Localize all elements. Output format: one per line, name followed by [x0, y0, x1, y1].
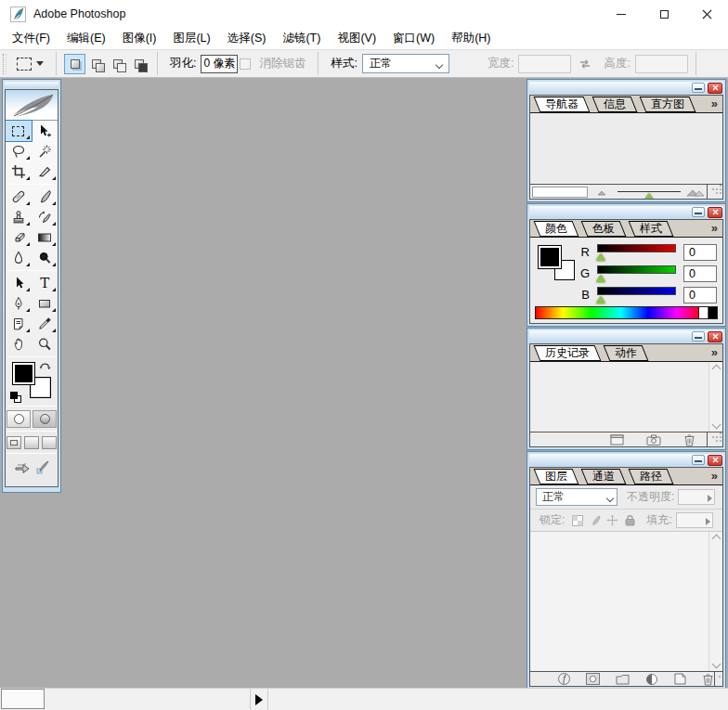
new-selection-button[interactable]	[65, 55, 84, 73]
new-snapshot-camera-icon[interactable]	[646, 434, 661, 445]
menu-image[interactable]: 图像(I)	[114, 28, 165, 49]
zoom-in-icon[interactable]	[686, 187, 707, 198]
navigator-zoom-slider[interactable]	[618, 191, 681, 192]
fullscreen-with-menubar-button[interactable]	[24, 436, 39, 449]
close-icon[interactable]	[708, 83, 722, 94]
status-menu-button[interactable]	[251, 689, 268, 710]
tool-crop[interactable]	[6, 161, 32, 182]
tool-dodge[interactable]	[32, 248, 58, 268]
blue-slider-thumb[interactable]	[596, 296, 605, 303]
zoom-level-field[interactable]	[1, 689, 45, 709]
panel-menu-button[interactable]: »	[711, 345, 717, 359]
menu-layer[interactable]: 图层(L)	[164, 28, 218, 49]
navigator-zoom-field[interactable]	[532, 187, 588, 198]
menu-help[interactable]: 帮助(H)	[443, 28, 499, 49]
jump-to-imageready-button[interactable]	[10, 458, 53, 476]
tool-blur[interactable]	[6, 248, 32, 268]
opacity-input[interactable]	[678, 489, 715, 505]
new-layer-button[interactable]	[674, 673, 686, 685]
scroll-up-icon[interactable]	[711, 365, 721, 374]
antialias-checkbox[interactable]	[240, 58, 251, 70]
tool-rectangular-marquee[interactable]	[6, 121, 32, 141]
tool-healing-brush[interactable]	[6, 187, 32, 207]
resize-grip[interactable]	[711, 187, 722, 197]
feather-input[interactable]: 0 像素	[201, 55, 238, 73]
add-to-selection-button[interactable]	[86, 55, 106, 73]
lock-position-button[interactable]	[605, 513, 619, 527]
history-titlebar[interactable]	[529, 330, 723, 342]
tool-gradient[interactable]	[32, 227, 58, 248]
history-scrollbar[interactable]	[708, 362, 722, 432]
tool-shape[interactable]	[32, 293, 58, 314]
navigator-titlebar[interactable]	[529, 82, 723, 94]
scroll-down-icon[interactable]	[711, 660, 721, 669]
menu-view[interactable]: 视图(V)	[329, 28, 384, 49]
quick-mask-mode-button[interactable]	[32, 410, 57, 428]
lock-transparency-button[interactable]	[570, 513, 584, 527]
resize-grip[interactable]	[711, 435, 722, 445]
delete-trash-icon[interactable]	[683, 433, 696, 446]
close-icon[interactable]	[708, 331, 722, 342]
zoom-out-icon[interactable]	[597, 187, 612, 197]
tab-layers[interactable]: 图层	[537, 469, 576, 484]
close-button[interactable]	[685, 0, 728, 28]
height-input[interactable]	[635, 55, 688, 73]
tool-pen[interactable]	[6, 293, 32, 314]
blue-slider[interactable]	[597, 287, 676, 295]
tab-history[interactable]: 历史记录	[537, 345, 598, 361]
layers-scrollbar[interactable]	[708, 532, 722, 671]
tool-preset-picker[interactable]	[12, 56, 48, 72]
minimize-icon[interactable]	[692, 207, 705, 217]
tab-paths[interactable]: 路径	[631, 469, 670, 484]
panel-menu-button[interactable]: »	[711, 469, 717, 483]
minimize-icon[interactable]	[692, 83, 705, 93]
tab-actions[interactable]: 动作	[606, 345, 645, 361]
minimize-icon[interactable]	[692, 455, 705, 465]
tab-styles[interactable]: 样式	[631, 221, 670, 237]
fullscreen-mode-button[interactable]	[42, 436, 57, 449]
minimize-icon[interactable]	[692, 331, 705, 342]
tool-zoom[interactable]	[32, 334, 58, 355]
tab-swatches[interactable]: 色板	[584, 221, 623, 237]
options-bar-grip[interactable]	[3, 54, 6, 74]
close-icon[interactable]	[708, 455, 722, 466]
tab-info[interactable]: 信息	[595, 97, 634, 112]
tool-eyedropper[interactable]	[32, 314, 58, 334]
menu-edit[interactable]: 编辑(E)	[58, 28, 114, 49]
layers-titlebar[interactable]	[529, 454, 723, 466]
blend-mode-select[interactable]: 正常	[536, 488, 618, 506]
tool-lasso[interactable]	[6, 141, 32, 161]
green-value-input[interactable]: 0	[683, 265, 717, 282]
tool-magic-wand[interactable]	[32, 141, 58, 161]
tool-notes[interactable]	[6, 314, 32, 334]
layer-style-button[interactable]: ƒ	[558, 673, 570, 685]
switch-colors-icon[interactable]	[39, 360, 51, 371]
intersect-selection-button[interactable]	[129, 55, 149, 73]
menu-window[interactable]: 窗口(W)	[384, 28, 443, 49]
standard-mode-button[interactable]	[6, 410, 31, 428]
new-group-folder-button[interactable]	[616, 674, 630, 685]
lock-pixels-brush-button[interactable]	[588, 513, 602, 527]
tool-slice[interactable]	[32, 161, 58, 182]
close-icon[interactable]	[708, 207, 722, 218]
green-slider[interactable]	[597, 265, 676, 274]
tab-histogram[interactable]: 直方图	[643, 97, 693, 112]
menu-filter[interactable]: 滤镜(T)	[274, 28, 329, 49]
lock-all-button[interactable]	[623, 513, 637, 527]
black-swatch[interactable]	[708, 307, 717, 318]
white-swatch[interactable]	[698, 307, 708, 318]
tool-move[interactable]	[32, 121, 58, 141]
default-colors-icon[interactable]	[10, 392, 23, 403]
fill-arrow-icon[interactable]	[706, 518, 710, 525]
blue-value-input[interactable]: 0	[683, 287, 717, 303]
fill-input[interactable]	[676, 512, 713, 528]
resize-grip[interactable]	[718, 675, 722, 684]
tool-clone-stamp[interactable]	[6, 207, 32, 227]
tab-navigator[interactable]: 导航器	[537, 97, 587, 112]
tool-eraser[interactable]	[6, 227, 32, 248]
color-titlebar[interactable]	[529, 206, 723, 218]
style-select[interactable]: 正常	[362, 54, 449, 73]
tool-history-brush[interactable]	[32, 207, 58, 227]
slider-thumb[interactable]	[644, 193, 654, 200]
red-slider-thumb[interactable]	[596, 253, 605, 261]
